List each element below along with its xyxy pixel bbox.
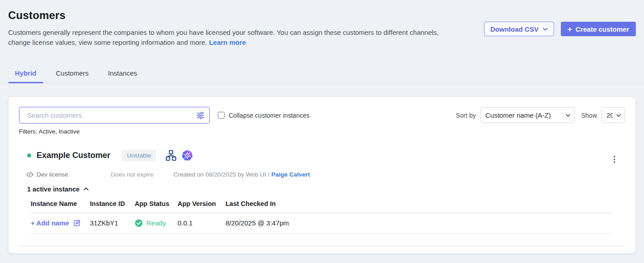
- customer-name[interactable]: Example Customer: [37, 151, 110, 160]
- channel-badge: Unstable: [122, 150, 156, 161]
- page-title: Customers: [8, 9, 636, 22]
- sort-select[interactable]: Customer name (A-Z): [480, 107, 574, 123]
- app-status-label: Ready: [146, 219, 166, 227]
- kubernetes-icon[interactable]: [182, 150, 193, 161]
- created-by-link[interactable]: Paige Calvert: [271, 171, 310, 178]
- tab-bar: Hybrid Customers Instances: [0, 69, 644, 83]
- edit-icon: [73, 219, 81, 227]
- license-meta-row: Dev license Does not expire Created on 0…: [19, 171, 625, 178]
- chevron-up-icon: [84, 187, 89, 191]
- last-checked-in-cell: 8/20/2025 @ 3:47pm: [226, 213, 613, 233]
- column-header-app-version: App Version: [178, 200, 226, 213]
- show-count-select[interactable]: 20: [602, 107, 625, 123]
- download-csv-button[interactable]: Download CSV: [484, 22, 554, 36]
- create-customer-button[interactable]: + Create customer: [561, 22, 636, 36]
- column-header-instance-id: Instance ID: [90, 200, 135, 213]
- show-select-wrapper: 20: [602, 107, 625, 123]
- active-filters-text: Filters: Active, Inactive: [19, 128, 625, 135]
- page-description: Customers generally represent the compan…: [8, 28, 443, 48]
- sort-controls: Sort by Customer name (A-Z) Show 20: [456, 107, 625, 123]
- instances-summary-label: 1 active instance: [27, 186, 80, 193]
- instance-id-cell: 31ZKbY1: [90, 213, 135, 233]
- sort-select-wrapper: Customer name (A-Z): [480, 107, 574, 123]
- tab-customers[interactable]: Customers: [49, 69, 96, 83]
- add-name-label: + Add name: [31, 219, 69, 227]
- column-header-app-status: App Status: [135, 200, 178, 213]
- search-wrapper: [19, 107, 210, 124]
- learn-more-link[interactable]: Learn more: [209, 38, 246, 46]
- customers-card: Collapse customer instances Sort by Cust…: [8, 96, 636, 253]
- created-text: Created on 08/20/2025 by Web UI /: [174, 171, 269, 178]
- instance-table-row: + Add name 31ZKbY1: [31, 213, 613, 233]
- collapse-instances-label: Collapse customer instances: [229, 112, 310, 119]
- license-expiry: Does not expire: [111, 171, 174, 178]
- show-label: Show: [581, 112, 597, 119]
- sort-by-label: Sort by: [456, 112, 476, 119]
- tab-instances[interactable]: Instances: [101, 69, 144, 83]
- code-icon: [26, 172, 33, 177]
- collapse-instances-toggle[interactable]: Collapse customer instances: [218, 112, 310, 119]
- customer-row-header: Example Customer Unstable: [19, 147, 625, 165]
- search-input[interactable]: [19, 107, 210, 124]
- instance-table-header-row: Instance Name Instance ID App Status App…: [31, 200, 613, 213]
- page-header: Customers Customers generally represent …: [0, 0, 644, 48]
- license-type: Dev license: [26, 171, 111, 178]
- add-instance-name-button[interactable]: + Add name: [31, 219, 87, 227]
- column-header-instance-name: Instance Name: [31, 200, 90, 213]
- license-created: Created on 08/20/2025 by Web UI /Paige C…: [174, 171, 310, 178]
- instances-summary-toggle[interactable]: 1 active instance: [19, 186, 89, 193]
- collapse-instances-checkbox[interactable]: [218, 112, 225, 119]
- chevron-down-icon: [543, 28, 548, 31]
- check-circle-icon: [135, 219, 143, 227]
- column-header-last-checked-in: Last Checked In: [226, 200, 613, 213]
- create-customer-label: Create customer: [576, 25, 629, 33]
- download-csv-label: Download CSV: [490, 25, 539, 33]
- header-actions: Download CSV + Create customer: [484, 22, 636, 36]
- customer-kebab-menu-icon[interactable]: [612, 154, 617, 165]
- plus-icon: +: [568, 25, 572, 33]
- sitemap-icon[interactable]: [165, 150, 177, 161]
- license-type-label: Dev license: [37, 171, 68, 178]
- app-status-cell: Ready: [135, 219, 175, 227]
- card-bottom-divider: [19, 246, 625, 246]
- tab-hybrid[interactable]: Hybrid: [8, 69, 43, 83]
- filter-sliders-icon[interactable]: [196, 111, 205, 120]
- active-status-dot: [27, 153, 31, 158]
- app-version-cell: 0.0.1: [178, 213, 226, 233]
- instance-table: Instance Name Instance ID App Status App…: [31, 200, 613, 234]
- card-toolbar: Collapse customer instances Sort by Cust…: [19, 107, 625, 124]
